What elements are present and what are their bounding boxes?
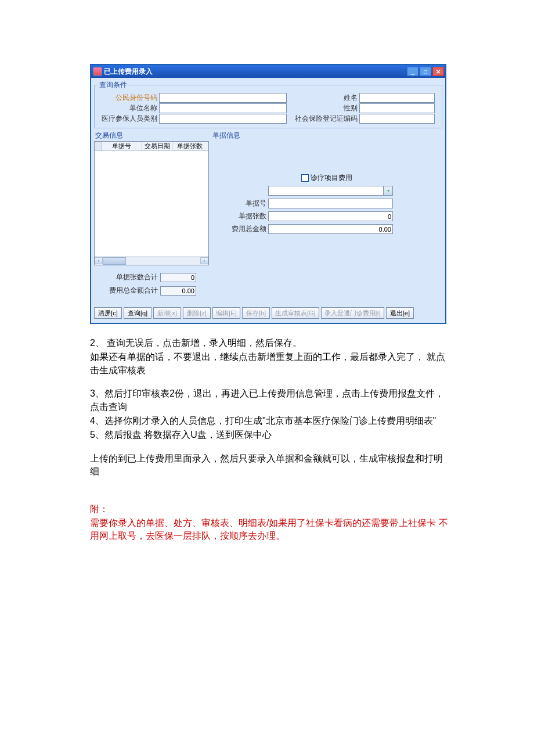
gender-label: 性别 (287, 103, 359, 113)
treat-fee-checkbox[interactable] (301, 174, 309, 182)
bill-no-label: 单据号 (211, 199, 268, 208)
category-dropdown[interactable]: ▾ (268, 186, 393, 196)
app-window: 已上传费用录入 _ □ ✕ 查询条件 公民身份号码 姓名 单位名称 (90, 64, 446, 324)
doc-line: 4、选择你刚才录入的人员信息，打印生成"北京市基本医疗保险门诊上传费用明细表" (90, 415, 450, 427)
col-date: 交易日期 (142, 142, 172, 150)
name-input[interactable] (359, 93, 435, 103)
doc-line: 5、然后报盘 将数据存入U盘，送到医保中心 (90, 429, 450, 441)
edit-button[interactable]: 编辑[E] (212, 307, 240, 319)
chevron-down-icon: ▾ (383, 186, 392, 195)
doc-line: 如果还有单据的话，不要退出，继续点击新增重复上面的工作，最后都录入完了， 就点击… (90, 351, 450, 377)
minimize-button[interactable]: _ (407, 67, 418, 76)
delete-button[interactable]: 删除[z] (183, 307, 211, 319)
scroll-track[interactable] (103, 257, 200, 265)
save-button[interactable]: 保存[b] (242, 307, 270, 319)
doc-attach-text: 需要你录入的单据、处方、审核表、明细表/如果用了社保卡看病的还需要带上社保卡 不… (90, 517, 450, 543)
id-label: 公民身份号码 (98, 93, 159, 103)
sum-count-value: 0 (160, 273, 196, 282)
insured-type-label: 医疗参保人员类别 (98, 114, 159, 124)
query-legend: 查询条件 (98, 80, 128, 90)
scroll-right-button[interactable]: › (200, 257, 208, 264)
name-label: 姓名 (287, 93, 359, 103)
id-input[interactable] (159, 93, 287, 103)
normal-button[interactable]: 录入普通门诊费用[t] (321, 307, 384, 319)
document-text: 2、 查询无误后，点击新增，录入明细，然后保存。 如果还有单据的话，不要退出，继… (90, 337, 450, 543)
bill-no-input[interactable] (268, 199, 393, 208)
window-title: 已上传费用录入 (104, 67, 407, 77)
trans-grid[interactable]: 单据号 交易日期 单据张数 (94, 141, 209, 257)
grid-corner (95, 142, 102, 150)
grid-hscrollbar[interactable]: ‹ › (94, 257, 209, 265)
bill-count-label: 单据张数 (211, 211, 268, 221)
sum-amount-value: 0.00 (160, 286, 196, 296)
gender-input[interactable] (359, 103, 435, 113)
trans-header: 交易信息 (95, 131, 209, 141)
scroll-left-button[interactable]: ‹ (95, 257, 103, 264)
app-icon (93, 67, 102, 75)
exit-button[interactable]: 退出[e] (386, 307, 414, 319)
maximize-button[interactable]: □ (420, 67, 431, 76)
doc-line: 2、 查询无误后，点击新增，录入明细，然后保存。 (90, 337, 450, 350)
ssn-label: 社会保险登记证编码 (287, 114, 359, 124)
doc-line: 上传的到已上传费用里面录入，然后只要录入单据和金额就可以，生成审核报盘和打明细 (90, 452, 450, 478)
total-input[interactable]: 0.00 (268, 224, 393, 234)
close-button[interactable]: ✕ (432, 67, 444, 76)
button-bar: 清屏[c] 查询[q] 新增[x] 删除[z] 编辑[E] 保存[b] 生成审核… (94, 306, 442, 320)
bill-header: 单据信息 (212, 131, 442, 141)
query-groupbox: 查询条件 公民身份号码 姓名 单位名称 性别 医疗参保人员类别 社会保险登记证编 (94, 80, 442, 128)
query-button[interactable]: 查询[q] (124, 307, 151, 319)
clear-button[interactable]: 清屏[c] (94, 307, 122, 319)
doc-attach-label: 附： (90, 503, 450, 516)
gen-button[interactable]: 生成审核表[G] (272, 307, 319, 319)
treat-fee-label: 诊疗项目费用 (311, 173, 352, 183)
title-bar: 已上传费用录入 _ □ ✕ (91, 65, 445, 78)
new-button[interactable]: 新增[x] (153, 307, 181, 319)
unit-input[interactable] (159, 103, 287, 113)
col-bill-no: 单据号 (102, 142, 142, 150)
col-count: 单据张数 (172, 142, 207, 150)
doc-line: 3、然后打印审核表2份，退出，再进入已上传费用信息管理，点击上传费用报盘文件，点… (90, 387, 450, 413)
insured-type-input[interactable] (159, 114, 287, 124)
unit-label: 单位名称 (98, 103, 159, 113)
grid-header: 单据号 交易日期 单据张数 (95, 142, 208, 151)
bill-count-input[interactable]: 0 (268, 211, 393, 221)
sum-amount-label: 费用总金额合计 (94, 286, 160, 296)
scroll-thumb[interactable] (103, 257, 126, 265)
ssn-input[interactable] (359, 114, 435, 124)
total-label: 费用总金额 (211, 224, 268, 234)
sum-count-label: 单据张数合计 (94, 272, 160, 282)
